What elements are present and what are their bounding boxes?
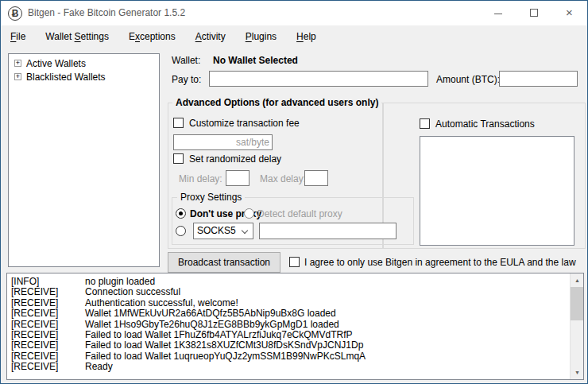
log-entry: [RECEIVE]Failed to load Wallet 1K3821s8X… <box>7 340 583 351</box>
minimize-icon <box>494 14 502 14</box>
automatic-transactions-label: Automatic Transactions <box>435 118 535 130</box>
menu-item-wallet-settings[interactable]: Wallet Settings <box>37 28 117 45</box>
eula-agree-label: I agree to only use Bitgen in agreement … <box>304 257 576 268</box>
log-entry: [RECEIVE]Connection successful <box>7 287 583 297</box>
expand-plus-icon[interactable]: + <box>14 60 21 67</box>
selected-wallet-value: No Wallet Selected <box>213 55 298 66</box>
menu-bar: FileWallet SettingsExceptionsActivityPlu… <box>2 26 328 46</box>
app-window: Ƀ Bitgen - Fake Bitcoin Generator 1.5.2 … <box>0 0 588 384</box>
amount-input[interactable] <box>499 71 578 87</box>
randomized-delay-label: Set randomized delay <box>189 153 281 165</box>
log-entry-tag: [RECEIVE] <box>7 298 85 308</box>
log-entry: [RECEIVE]Wallet 1Hso9GbyTe26huQ8J1zEG8BB… <box>7 320 583 330</box>
detect-proxy-radio[interactable] <box>244 208 254 219</box>
max-delay-input[interactable] <box>304 170 328 186</box>
tree-item-active-wallets[interactable]: +Active Wallets <box>9 56 159 70</box>
log-entry-message: Connection successful <box>85 287 180 297</box>
log-entry: [RECEIVE]Wallet 1MfWEkUvUR2a66AtDQfz5B5A… <box>7 308 583 319</box>
customize-fee-checkbox[interactable] <box>173 118 184 128</box>
menu-item-help[interactable]: Help <box>288 28 324 45</box>
log-entry-tag: [RECEIVE] <box>7 320 85 330</box>
proxy-type-dropdown[interactable]: SOCKS5 <box>193 223 253 239</box>
log-entry-tag: [RECEIVE] <box>7 287 85 297</box>
log-entry: [RECEIVE]Failed to load Wallet 1FhuZ6fb4… <box>7 330 583 340</box>
menu-item-plugins[interactable]: Plugins <box>238 28 284 45</box>
log-entry: [RECEIVE]Ready <box>7 362 583 372</box>
log-entry: [RECEIVE]Authentication successful, welc… <box>7 298 583 308</box>
titlebar: Ƀ Bitgen - Fake Bitcoin Generator 1.5.2 … <box>1 1 587 25</box>
log-entry-tag: [RECEIVE] <box>7 330 85 340</box>
automatic-transactions-checkbox[interactable] <box>420 118 430 129</box>
log-entry-message: Failed to load Wallet 1uqrueopYuQJz2ymSS… <box>85 351 366 362</box>
pay-to-label: Pay to: <box>172 74 201 85</box>
log-entry-message: Wallet 1Hso9GbyTe26huQ8J1zEG8BBb9ykGpMgD… <box>85 320 339 330</box>
menu-item-activity[interactable]: Activity <box>188 28 234 45</box>
proxy-address-input[interactable] <box>259 223 397 239</box>
bitcoin-app-icon: Ƀ <box>8 6 22 21</box>
chevron-down-icon <box>242 227 248 234</box>
log-rows: [INFO]no plugin loaded[RECEIVE]Connectio… <box>7 277 583 373</box>
window-title: Bitgen - Fake Bitcoin Generator 1.5.2 <box>28 1 185 25</box>
log-entry: [RECEIVE]Failed to load Wallet 1uqrueopY… <box>7 351 583 362</box>
min-delay-input[interactable] <box>226 170 250 186</box>
log-scrollbar[interactable]: ▲ ▼ <box>570 273 583 379</box>
tree-item-label: Active Wallets <box>26 58 86 69</box>
scrollbar-thumb[interactable] <box>571 287 584 320</box>
log-panel: [INFO]no plugin loaded[RECEIVE]Connectio… <box>6 273 584 380</box>
automatic-transactions-listbox[interactable] <box>420 136 574 246</box>
log-entry-tag: [RECEIVE] <box>7 340 85 351</box>
log-entry: [INFO]no plugin loaded <box>7 277 583 287</box>
customize-fee-label: Customize transaction fee <box>189 118 300 129</box>
scroll-down-icon[interactable]: ▼ <box>571 366 584 379</box>
log-entry-tag: [RECEIVE] <box>7 351 85 362</box>
maximize-button[interactable] <box>516 1 551 25</box>
broadcast-transaction-button[interactable]: Broadcast transaction <box>168 252 280 273</box>
detect-proxy-label: Detect default proxy <box>257 208 342 219</box>
eula-agree-checkbox[interactable] <box>289 257 300 267</box>
log-entry-tag: [RECEIVE] <box>7 308 85 319</box>
maximize-icon <box>530 9 538 17</box>
expand-plus-icon[interactable]: + <box>14 73 21 80</box>
wallet-tree-panel[interactable]: +Active Wallets+Blacklisted Wallets <box>8 53 160 267</box>
no-proxy-radio[interactable] <box>176 208 186 219</box>
log-entry-message: Wallet 1MfWEkUvUR2a66AtDQfz5B5AbNip9uBx8… <box>85 308 336 319</box>
log-entry-tag: [RECEIVE] <box>7 362 85 372</box>
tree-item-label: Blacklisted Wallets <box>26 72 106 83</box>
fee-rate-input[interactable] <box>173 134 273 150</box>
amount-label: Amount (BTC): <box>436 74 500 85</box>
proxy-settings-title: Proxy Settings <box>177 192 245 203</box>
menu-item-file[interactable]: File <box>2 28 33 45</box>
minimize-button[interactable] <box>480 1 516 25</box>
advanced-options-title: Advanced Options (for advanced users onl… <box>172 97 381 108</box>
randomized-delay-checkbox[interactable] <box>173 153 184 164</box>
close-icon: × <box>566 6 573 19</box>
close-button[interactable]: × <box>551 1 587 25</box>
log-entry-message: Failed to load Wallet 1K3821s8XUZfCMt3U8… <box>85 340 363 351</box>
wallet-label: Wallet: <box>172 55 200 66</box>
min-delay-label: Min delay: <box>179 173 222 184</box>
log-entry-message: Failed to load Wallet 1FhuZ6fb4ATYALrzfi… <box>85 330 353 340</box>
custom-proxy-radio[interactable] <box>176 226 186 236</box>
log-entry-tag: [INFO] <box>7 277 85 287</box>
log-entry-message: Ready <box>85 362 113 372</box>
log-entry-message: no plugin loaded <box>85 277 155 287</box>
proxy-type-value: SOCKS5 <box>197 225 236 236</box>
max-delay-label: Max delay: <box>260 173 306 184</box>
log-entry-message: Authentication successful, welcome! <box>85 298 238 308</box>
tree-item-blacklisted-wallets[interactable]: +Blacklisted Wallets <box>9 70 159 83</box>
scroll-up-icon[interactable]: ▲ <box>571 273 584 287</box>
pay-to-input[interactable] <box>209 71 428 87</box>
menu-item-exceptions[interactable]: Exceptions <box>121 28 184 45</box>
